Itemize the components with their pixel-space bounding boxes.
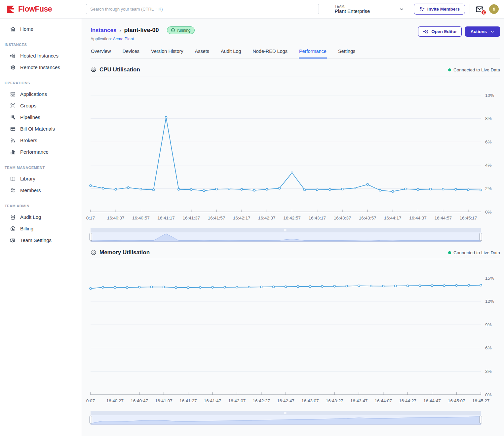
navigator-grip-icon (286, 412, 286, 415)
svg-text:16:40:27: 16:40:27 (106, 398, 124, 403)
breadcrumb-instances-link[interactable]: Instances (91, 27, 116, 34)
tab-audit-log[interactable]: Audit Log (220, 48, 241, 58)
navigator-left-handle[interactable] (90, 416, 92, 423)
sidebar-item-label: Brokers (20, 138, 37, 143)
audit-log-icon (10, 214, 16, 220)
flowfuse-logo[interactable]: FlowFuse (6, 5, 82, 14)
svg-text:16:40:47: 16:40:47 (131, 398, 148, 403)
navigator-grip-icon (286, 229, 286, 232)
live-dot-icon (448, 68, 451, 71)
svg-text:16:41:07: 16:41:07 (155, 398, 173, 403)
sidebar-item-label: Audit Log (20, 214, 41, 220)
open-editor-button[interactable]: Open Editor (418, 26, 462, 37)
cpu-chart-range-navigator[interactable] (91, 228, 481, 242)
applications-icon (10, 91, 16, 97)
navigator-right-handle[interactable] (480, 233, 482, 241)
sidebar-item-label: Applications (20, 91, 47, 97)
brand-name: FlowFuse (18, 5, 52, 14)
memory-chart-title: Memory Utilisation (99, 249, 150, 256)
sidebar-item-library[interactable]: Library (0, 173, 82, 184)
svg-text:9%: 9% (485, 322, 492, 327)
sidebar-item-applications[interactable]: Applications (0, 88, 82, 100)
billing-icon (10, 226, 16, 232)
search-input[interactable] (86, 4, 319, 14)
sidebar-item-home[interactable]: Home (0, 23, 82, 35)
application-link[interactable]: Acme Plant (113, 37, 134, 41)
svg-text:16:43:57: 16:43:57 (359, 216, 376, 220)
svg-text:16:42:07: 16:42:07 (228, 398, 246, 403)
sidebar-item-bill-of-materials[interactable]: Bill Of Materials (0, 123, 82, 135)
main-content: Instances › plant-live-00 running Applic… (82, 19, 504, 436)
editor-icon (423, 29, 429, 34)
invite-members-button[interactable]: Invite Members (414, 4, 465, 15)
svg-text:8%: 8% (485, 116, 492, 121)
svg-text:16:45:27: 16:45:27 (472, 398, 490, 403)
actions-label: Actions (470, 29, 487, 34)
divider (330, 4, 330, 14)
divider (470, 4, 470, 14)
tab-performance[interactable]: Performance (299, 48, 327, 59)
svg-text:0:07: 0:07 (86, 398, 95, 403)
sidebar-item-groups[interactable]: Groups (0, 100, 82, 111)
svg-text:0%: 0% (485, 392, 492, 397)
open-editor-label: Open Editor (431, 29, 457, 34)
user-plus-icon (419, 6, 425, 12)
svg-text:16:43:47: 16:43:47 (350, 398, 368, 403)
team-selector[interactable]: TEAM: Plant Enterprise (335, 5, 404, 14)
navigator-grip-icon (284, 412, 285, 415)
sidebar-item-label: Groups (20, 103, 36, 108)
memory-live-status-label: Connected to Live Data (453, 250, 500, 255)
chevron-down-icon (490, 29, 495, 34)
memory-live-status: Connected to Live Data (448, 250, 500, 255)
navigator-left-handle[interactable] (90, 233, 92, 241)
svg-text:6%: 6% (485, 345, 492, 350)
svg-text:16:44:47: 16:44:47 (423, 398, 441, 403)
sidebar-item-billing[interactable]: Billing (0, 223, 82, 234)
svg-text:16:43:17: 16:43:17 (308, 216, 326, 220)
groups-icon (10, 103, 16, 109)
divider (409, 4, 409, 14)
tab-node-red-logs[interactable]: Node-RED Logs (252, 48, 288, 58)
cpu-chart-title: CPU Utilisation (99, 66, 140, 73)
sidebar-item-remote-instances[interactable]: Remote Instances (0, 61, 82, 73)
svg-text:10%: 10% (485, 93, 494, 98)
svg-text:0%: 0% (485, 210, 492, 215)
tab-assets[interactable]: Assets (195, 48, 210, 58)
sidebar-item-members[interactable]: Members (0, 184, 82, 196)
svg-text:0:17: 0:17 (86, 216, 95, 220)
team-settings-icon (10, 237, 16, 243)
tab-overview[interactable]: Overview (91, 48, 111, 58)
sidebar-section-team-management: TEAM MANAGEMENT (5, 166, 82, 170)
sidebar-section-team-admin: TEAM ADMIN (5, 204, 82, 208)
sidebar-item-audit-log[interactable]: Audit Log (0, 211, 82, 223)
notifications-button[interactable]: 2 (475, 4, 485, 14)
avatar[interactable]: fl (489, 4, 499, 14)
memory-chart-range-navigator[interactable] (91, 411, 481, 425)
chevron-down-icon (399, 7, 404, 12)
navigator-right-handle[interactable] (480, 416, 482, 423)
svg-text:16:42:37: 16:42:37 (258, 216, 276, 220)
svg-text:16:40:57: 16:40:57 (132, 216, 150, 220)
application-label: Application: (91, 37, 112, 41)
remote-instances-icon (10, 64, 16, 70)
svg-text:6%: 6% (485, 139, 492, 144)
sidebar-item-hosted-instances[interactable]: Hosted Instances (0, 50, 82, 61)
brokers-icon (10, 138, 16, 143)
svg-text:16:41:27: 16:41:27 (179, 398, 197, 403)
memory-utilisation-chart: 0%3%6%9%12%15%0:0716:40:2716:40:4716:41:… (91, 259, 500, 406)
tab-settings[interactable]: Settings (338, 48, 356, 58)
sidebar-item-performance[interactable]: Performance (0, 146, 82, 158)
svg-text:16:40:37: 16:40:37 (107, 216, 125, 220)
sidebar-item-pipelines[interactable]: Pipelines (0, 111, 82, 123)
sidebar-item-brokers[interactable]: Brokers (0, 135, 82, 146)
svg-text:3%: 3% (485, 369, 492, 374)
svg-text:16:45:17: 16:45:17 (460, 216, 477, 220)
tab-version-history[interactable]: Version History (151, 48, 184, 58)
sidebar-item-team-settings[interactable]: Team Settings (0, 234, 82, 246)
actions-button[interactable]: Actions (465, 26, 500, 37)
svg-text:16:43:07: 16:43:07 (301, 398, 319, 403)
cpu-utilisation-chart: 0%2%4%6%8%10%0:1716:40:3716:40:5716:41:1… (91, 77, 500, 223)
tab-devices[interactable]: Devices (122, 48, 140, 58)
sidebar-item-label: Hosted Instances (20, 53, 58, 59)
sidebar-item-label: Pipelines (20, 114, 40, 120)
